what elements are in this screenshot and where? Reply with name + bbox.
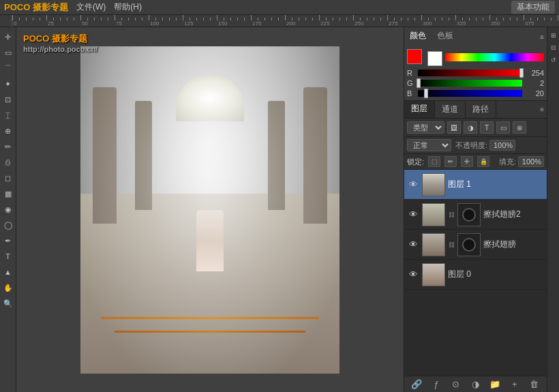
layer-item-4[interactable]: 👁 图层 0 — [404, 260, 547, 290]
layer-actions-bar: 🔗 ƒ ⊙ ◑ 📁 + 🗑 — [404, 376, 547, 392]
filter-type-btn[interactable]: T — [480, 121, 494, 134]
mini-tool-2[interactable]: ⊟ — [548, 42, 559, 53]
layer-1-visibility[interactable]: 👁 — [407, 179, 419, 191]
clone-tool[interactable]: ⎙ — [1, 155, 15, 169]
heal-tool[interactable]: ⊕ — [1, 124, 15, 138]
dodge-tool[interactable]: ◯ — [1, 218, 15, 232]
menu-bar: POCO 摄影专题 文件(W) 帮助(H) 基本功能 — [0, 0, 559, 15]
move-tool[interactable]: ✛ — [1, 30, 15, 44]
layer-lock-row: 锁定: ⬚ ✏ ✛ 🔒 填充: 100% — [404, 154, 547, 170]
foreground-color[interactable] — [407, 49, 422, 64]
layer-4-visibility[interactable]: 👁 — [407, 269, 419, 281]
menu-file[interactable]: 文件(W) — [76, 1, 106, 13]
magic-wand-tool[interactable]: ✦ — [1, 77, 15, 91]
link-layers-btn[interactable]: 🔗 — [410, 378, 423, 391]
new-layer-btn[interactable]: + — [508, 378, 522, 391]
mini-tool-3[interactable]: ↺ — [548, 55, 559, 65]
layer-filter-row: 类型 🖼 ◑ T ▭ ⊛ — [404, 119, 547, 137]
color-swatch-row — [407, 47, 544, 66]
layer-panel-tabs: 图层 通道 路径 ≡ — [404, 101, 547, 119]
text-tool[interactable]: T — [1, 250, 15, 263]
layer-1-thumbnail — [422, 173, 445, 196]
swatch-tab-label[interactable]: 色板 — [434, 30, 456, 42]
spectrum-bar[interactable] — [445, 53, 544, 61]
tab-layers[interactable]: 图层 — [404, 101, 435, 118]
color-panel-header: 图层 颜色 色板 ≡ — [407, 30, 544, 44]
filter-smart-btn[interactable]: ⊛ — [513, 121, 526, 134]
b-value: 20 — [525, 89, 544, 97]
layer-type-select[interactable]: 类型 — [407, 121, 444, 134]
tab-channels[interactable]: 通道 — [435, 101, 466, 118]
left-toolbar: ✛ ▭ ⌒ ✦ ⊡ ⌶ ⊕ ✏ ⎙ ◻ ▦ ◉ ◯ ✒ T ▲ ✋ 🔍 — [0, 27, 16, 392]
zoom-tool[interactable]: 🔍 — [1, 297, 15, 310]
color-sliders: R 254 G 2 B — [407, 69, 544, 97]
fill-label: 填充: — [499, 157, 516, 167]
r-slider-row: R 254 — [407, 69, 544, 77]
r-slider[interactable] — [418, 70, 522, 76]
lock-transparent-btn[interactable]: ⬚ — [428, 156, 440, 167]
lock-paint-btn[interactable]: ✏ — [444, 156, 457, 167]
blur-tool[interactable]: ◉ — [1, 202, 15, 216]
b-slider-row: B 20 — [407, 89, 544, 97]
layer-2-visibility[interactable]: 👁 — [407, 209, 419, 221]
opacity-value[interactable]: 100% — [489, 140, 515, 151]
layer-item-1[interactable]: 👁 图层 1 — [404, 170, 547, 200]
layer-item-3[interactable]: 👁 ⛓ 擦拭翅膀 — [404, 230, 547, 260]
hand-tool[interactable]: ✋ — [1, 281, 15, 295]
layer-2-thumbnail — [422, 203, 445, 226]
lasso-tool[interactable]: ⌒ — [1, 61, 15, 75]
lock-label: 锁定: — [407, 157, 424, 167]
eraser-tool[interactable]: ◻ — [1, 171, 15, 185]
photo-background — [80, 46, 339, 374]
gradient-tool[interactable]: ▦ — [1, 187, 15, 200]
layer-3-thumbnail — [422, 233, 445, 256]
eyedropper-tool[interactable]: ⌶ — [1, 108, 15, 122]
filter-adj-btn[interactable]: ◑ — [464, 121, 477, 134]
new-adjustment-btn[interactable]: ◑ — [468, 378, 482, 391]
layer-item-2[interactable]: 👁 ⛓ 擦拭翅膀2 — [404, 200, 547, 230]
layer-2-mask — [457, 203, 481, 226]
b-slider[interactable] — [418, 90, 522, 97]
layer-4-name: 图层 0 — [448, 269, 544, 280]
photo-canvas[interactable] — [80, 46, 339, 374]
g-value: 2 — [525, 79, 544, 87]
horizontal-ruler: 0255075100125150175200225250275300325350… — [12, 15, 559, 27]
main-area: ✛ ▭ ⌒ ✦ ⊡ ⌶ ⊕ ✏ ⎙ ◻ ▦ ◉ ◯ ✒ T ▲ ✋ 🔍 POCO… — [0, 27, 559, 392]
fill-value[interactable]: 100% — [518, 156, 544, 167]
workspace-label[interactable]: 基本功能 — [511, 1, 555, 14]
add-style-btn[interactable]: ƒ — [429, 378, 443, 391]
layer-1-name: 图层 1 — [448, 179, 544, 190]
opacity-group: 不透明度: 100% — [455, 140, 515, 151]
add-mask-btn[interactable]: ⊙ — [449, 378, 463, 391]
ruler-area: 0255075100125150175200225250275300325350… — [0, 15, 559, 27]
canvas-area: POCO 摄影专题 http://photo.poco.cn/ — [16, 27, 404, 392]
color-panel: 图层 颜色 色板 ≡ R 254 — [404, 27, 547, 101]
lock-all-btn[interactable]: 🔒 — [477, 156, 489, 167]
pen-tool[interactable]: ✒ — [1, 234, 15, 247]
new-group-btn[interactable]: 📁 — [488, 378, 502, 391]
delete-layer-btn[interactable]: 🗑 — [528, 378, 541, 391]
r-label: R — [407, 69, 415, 77]
filter-shape-btn[interactable]: ▭ — [496, 121, 510, 134]
b-label: B — [407, 89, 415, 97]
layer-4-thumbnail — [422, 263, 445, 286]
lock-move-btn[interactable]: ✛ — [461, 156, 473, 167]
layer-list: 👁 图层 1 👁 ⛓ 擦拭翅膀2 — [404, 170, 547, 376]
menu-help[interactable]: 帮助(H) — [114, 1, 142, 13]
layer-panel-menu[interactable]: ≡ — [540, 106, 547, 113]
blend-mode-select[interactable]: 正常 — [407, 139, 451, 151]
tab-paths[interactable]: 路径 — [466, 101, 496, 118]
background-color[interactable] — [427, 51, 442, 66]
shape-tool[interactable]: ▲ — [1, 265, 15, 279]
color-panel-menu[interactable]: ≡ — [540, 33, 544, 41]
color-tab-label[interactable]: 颜色 — [407, 30, 429, 42]
filter-pixel-btn[interactable]: 🖼 — [447, 121, 461, 134]
mini-tool-1[interactable]: ⊞ — [548, 30, 559, 41]
brush-tool[interactable]: ✏ — [1, 140, 15, 153]
right-panel: 图层 颜色 色板 ≡ R 254 — [404, 27, 547, 392]
layer-3-visibility[interactable]: 👁 — [407, 239, 419, 251]
g-slider[interactable] — [418, 80, 522, 87]
crop-tool[interactable]: ⊡ — [1, 93, 15, 106]
watermark-title: POCO 摄影专题 — [23, 33, 97, 45]
marquee-tool[interactable]: ▭ — [1, 46, 15, 59]
